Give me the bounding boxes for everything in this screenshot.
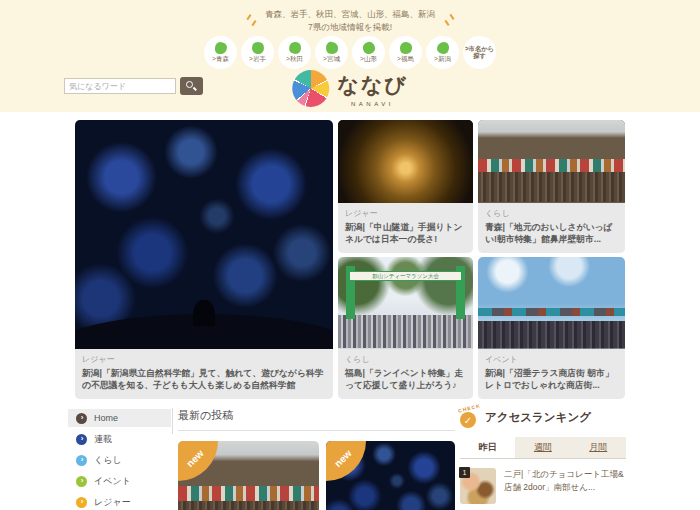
chevron-right-icon: › bbox=[76, 476, 87, 487]
article-image-street bbox=[478, 257, 625, 349]
city-search-button[interactable]: >市名から 探す bbox=[463, 36, 496, 69]
article-title: 福島|「ランイベント特集」走って応援して盛り上がろう♪ bbox=[345, 367, 466, 393]
access-ranking-header: CHECK ✓ アクセスランキング bbox=[460, 406, 626, 428]
article-card-morning-market[interactable]: くらし 青森|「地元のおいしさがいっぱい!朝市特集」館鼻岸壁朝市... bbox=[478, 120, 625, 253]
article-category: イベント bbox=[485, 354, 618, 365]
ranking-tabs: 昨日 週間 月間 bbox=[460, 437, 626, 459]
article-caption: くらし 青森|「地元のおいしさがいっぱい!朝市特集」館鼻岸壁朝市... bbox=[478, 203, 625, 254]
site-header: 青森、岩手、秋田、宮城、山形、福島、新潟 7県の地域情報を掲載! >青森 >岩手… bbox=[0, 0, 700, 112]
latest-post-card[interactable]: new bbox=[178, 441, 319, 510]
tab-monthly[interactable]: 月間 bbox=[571, 437, 626, 458]
article-category: くらし bbox=[345, 354, 466, 365]
ranking-item-title: 二戸|「北のチョコレート工場&店舗 2door」南部せん... bbox=[504, 468, 626, 504]
article-image-marathon: 郡山シティーマラソン大会 bbox=[338, 257, 473, 349]
sidebar-item-living[interactable]: › くらし bbox=[68, 451, 171, 469]
chevron-right-icon: › bbox=[76, 434, 87, 445]
article-category: レジャー bbox=[345, 208, 466, 219]
prefecture-map-icon bbox=[325, 42, 339, 56]
search-bar bbox=[64, 77, 203, 95]
prefecture-button-akita[interactable]: >秋田 bbox=[278, 36, 311, 69]
article-image-planetarium bbox=[75, 120, 333, 349]
prefecture-map-icon bbox=[398, 41, 412, 55]
logo-title: ななび bbox=[337, 71, 407, 99]
prefecture-button-miyagi[interactable]: >宮城 bbox=[315, 36, 348, 69]
search-input[interactable] bbox=[64, 78, 176, 94]
tab-weekly[interactable]: 週間 bbox=[515, 437, 570, 458]
sidebar-item-label: イベント bbox=[94, 475, 131, 488]
sidebar-item-label: レジャー bbox=[94, 496, 131, 509]
sidebar-item-label: 連載 bbox=[94, 433, 112, 446]
prefecture-label: >岩手 bbox=[249, 55, 266, 62]
prefecture-button-iwate[interactable]: >岩手 bbox=[241, 36, 274, 69]
prefecture-map-icon bbox=[250, 41, 265, 56]
sidebar-item-home[interactable]: › Home bbox=[68, 409, 171, 427]
tab-yesterday[interactable]: 昨日 bbox=[460, 437, 515, 458]
site-tagline: 青森、岩手、秋田、宮城、山形、福島、新潟 7県の地域情報を掲載! bbox=[0, 8, 700, 34]
article-card-tunnel[interactable]: レジャー 新潟|「中山隧道」手掘りトンネルでは日本一の長さ! bbox=[338, 120, 473, 253]
article-title: 青森|「地元のおいしさがいっぱい!朝市特集」館鼻岸壁朝市... bbox=[485, 221, 618, 247]
article-card-run-event[interactable]: 郡山シティーマラソン大会 くらし 福島|「ランイベント特集」走って応援して盛り上… bbox=[338, 257, 473, 399]
article-caption: レジャー 新潟|「新潟県立自然科学館」見て、触れて、遊びながら科学の不思議を知る… bbox=[75, 349, 333, 400]
article-card-science-museum[interactable]: レジャー 新潟|「新潟県立自然科学館」見て、触れて、遊びながら科学の不思議を知る… bbox=[75, 120, 333, 399]
prefecture-label: >秋田 bbox=[286, 55, 303, 62]
prefecture-map-icon bbox=[437, 42, 449, 54]
prefecture-label: >新潟 bbox=[434, 55, 451, 62]
prefecture-label: >福島 bbox=[397, 55, 414, 62]
sidebar-item-label: くらし bbox=[94, 454, 122, 467]
sidebar-item-event[interactable]: › イベント bbox=[68, 472, 171, 490]
marathon-banner: 郡山シティーマラソン大会 bbox=[349, 271, 462, 281]
article-image-market bbox=[478, 120, 625, 203]
featured-articles-grid: レジャー 新潟|「新潟県立自然科学館」見て、触れて、遊びながら科学の不思議を知る… bbox=[75, 120, 625, 400]
logo-text: ななび NANAVI bbox=[337, 71, 407, 107]
chevron-right-icon: › bbox=[76, 497, 87, 508]
access-ranking-section: CHECK ✓ アクセスランキング 昨日 週間 月間 1 二戸|「北のチョコレー… bbox=[460, 406, 626, 510]
silhouette-figure bbox=[193, 300, 215, 326]
sidebar-item-label: Home bbox=[94, 413, 118, 423]
sidebar-item-series[interactable]: › 連載 bbox=[68, 430, 171, 448]
article-title: 新潟|「新潟県立自然科学館」見て、触れて、遊びながら科学の不思議を知る、子どもも… bbox=[82, 367, 326, 393]
article-category: くらし bbox=[485, 208, 618, 219]
check-icon: CHECK ✓ bbox=[460, 406, 480, 428]
article-image-tunnel bbox=[338, 120, 473, 203]
article-card-shopping-street[interactable]: イベント 新潟|「沼垂テラス商店街 朝市」レトロでおしゃれな商店街... bbox=[478, 257, 625, 399]
ranking-item[interactable]: 1 二戸|「北のチョコレート工場&店舗 2door」南部せん... bbox=[460, 468, 626, 504]
prefecture-label: >宮城 bbox=[323, 55, 340, 62]
article-caption: イベント 新潟|「沼垂テラス商店街 朝市」レトロでおしゃれな商店街... bbox=[478, 349, 625, 400]
chevron-right-icon: › bbox=[76, 455, 87, 466]
sparkle-left-icon bbox=[246, 14, 258, 28]
prefecture-nav: >青森 >岩手 >秋田 >宮城 >山形 >福島 >新潟 >市名から 探す bbox=[0, 36, 700, 69]
sparkle-right-icon bbox=[444, 14, 456, 28]
latest-posts-heading: 最新の投稿 bbox=[178, 408, 455, 431]
prefecture-button-fukushima[interactable]: >福島 bbox=[389, 36, 422, 69]
tagline-line2: 7県の地域情報を掲載! bbox=[0, 21, 700, 34]
ranking-thumbnail: 1 bbox=[460, 468, 496, 504]
prefecture-label: >山形 bbox=[360, 55, 377, 62]
latest-posts-section: 最新の投稿 new new bbox=[178, 408, 455, 510]
article-caption: くらし 福島|「ランイベント特集」走って応援して盛り上がろう♪ bbox=[338, 349, 473, 400]
logo-pie-icon bbox=[292, 70, 329, 107]
prefecture-button-yamagata[interactable]: >山形 bbox=[352, 36, 385, 69]
sidebar-menu: › Home › 連載 › くらし › イベント › レジャー bbox=[68, 409, 171, 510]
sidebar-item-leisure[interactable]: › レジャー bbox=[68, 493, 171, 510]
search-button[interactable] bbox=[180, 77, 203, 95]
latest-post-card[interactable]: new bbox=[326, 441, 455, 510]
prefecture-button-niigata[interactable]: >新潟 bbox=[426, 36, 459, 69]
article-category: レジャー bbox=[82, 354, 326, 365]
checkmark-icon: ✓ bbox=[460, 412, 476, 428]
street-awnings bbox=[478, 308, 625, 316]
article-title: 新潟|「沼垂テラス商店街 朝市」レトロでおしゃれな商店街... bbox=[485, 367, 618, 393]
section-divider bbox=[172, 408, 173, 434]
tagline-line1: 青森、岩手、秋田、宮城、山形、福島、新潟 bbox=[0, 8, 700, 21]
prefecture-label: >青森 bbox=[212, 55, 229, 62]
article-title: 新潟|「中山隧道」手掘りトンネルでは日本一の長さ! bbox=[345, 221, 466, 247]
prefecture-map-icon bbox=[215, 42, 227, 54]
search-icon bbox=[186, 81, 193, 88]
prefecture-map-icon bbox=[361, 41, 376, 56]
prefecture-button-aomori[interactable]: >青森 bbox=[204, 36, 237, 69]
logo-subtitle: NANAVI bbox=[337, 101, 407, 107]
rank-number-badge: 1 bbox=[459, 467, 470, 478]
prefecture-map-icon bbox=[288, 41, 302, 55]
city-search-label-line2: 探す bbox=[473, 53, 486, 60]
site-logo[interactable]: ななび NANAVI bbox=[292, 70, 407, 107]
access-ranking-heading: アクセスランキング bbox=[485, 410, 591, 425]
